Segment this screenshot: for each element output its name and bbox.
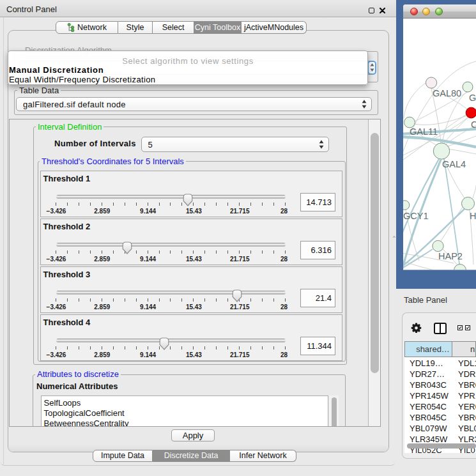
svg-text:GAL80: GAL80 <box>433 88 461 98</box>
svg-text:GAL11: GAL11 <box>410 127 438 137</box>
svg-text:GAL7: GAL7 <box>469 93 476 103</box>
svg-text:CYC8: CYC8 <box>471 119 476 130</box>
svg-text:GCY1: GCY1 <box>403 211 429 221</box>
svg-text:HIS4: HIS4 <box>470 211 476 221</box>
svg-text:HAP2: HAP2 <box>438 251 463 261</box>
svg-text:GAL4: GAL4 <box>442 159 466 169</box>
